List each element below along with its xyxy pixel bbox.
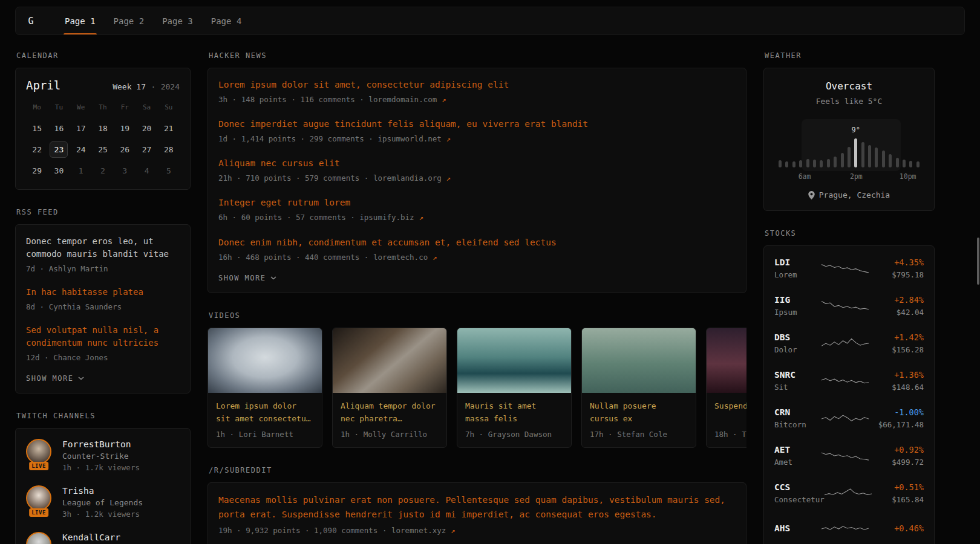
reddit-post-domain[interactable]: loremnet.xyz	[391, 526, 446, 535]
video-title[interactable]: Mauris sit amet massa felis	[465, 400, 563, 426]
calendar-day[interactable]: 3	[116, 163, 134, 179]
calendar-day[interactable]: 28	[160, 141, 178, 158]
calendar-day[interactable]: 4	[138, 163, 156, 179]
calendar-weekday-label: Mo	[26, 102, 48, 115]
weather-card: Overcast Feels like 5°C 9° 6am2pm10pm Pr…	[763, 68, 935, 211]
calendar-day[interactable]: 19	[116, 120, 134, 137]
stock-symbol: LDI	[774, 257, 822, 267]
video-thumbnail[interactable]	[582, 328, 696, 393]
section-title-stocks: STOCKS	[765, 229, 935, 238]
stock-row[interactable]: SNRCSit+1.36%$148.64	[774, 362, 924, 400]
hn-item-title[interactable]: Donec imperdiet augue tincidunt felis al…	[218, 118, 588, 131]
twitch-channel[interactable]: LIVETrishaLeague of Legends3h · 1.2k vie…	[26, 485, 180, 519]
channel-name[interactable]: ForrestBurton	[62, 439, 140, 449]
calendar-day[interactable]: 26	[116, 141, 134, 158]
scrollbar-thumb[interactable]	[977, 238, 979, 285]
weather-bar	[903, 160, 906, 167]
video-card-body: Lorem ipsum dolor sit amet consectetu…1h…	[208, 393, 322, 447]
tab-page-1[interactable]: Page 1	[56, 7, 105, 34]
calendar-day[interactable]: 2	[94, 163, 112, 179]
video-card[interactable]: Aliquam tempor dolor nec pharetra…1h · M…	[332, 328, 447, 448]
hn-item-domain[interactable]: loremtech.co	[373, 253, 428, 262]
calendar-day[interactable]: 23	[50, 141, 68, 158]
rss-item-title[interactable]: Donec tempor eros leo, ut commodo mauris…	[26, 235, 180, 261]
calendar-day[interactable]: 30	[50, 163, 68, 179]
stock-row[interactable]: AHS+0.46%	[774, 512, 924, 544]
hn-item-domain[interactable]: loremlandia.org	[373, 173, 442, 183]
stock-row[interactable]: LDILorem+4.35%$795.18	[774, 250, 924, 287]
twitch-channel[interactable]: LIVEKendallCarr	[26, 532, 180, 544]
calendar-day[interactable]: 27	[138, 141, 156, 158]
video-thumbnail[interactable]	[208, 328, 322, 393]
tab-page-3[interactable]: Page 3	[153, 7, 202, 34]
hn-item-title[interactable]: Donec enim nibh, condimentum et accumsan…	[218, 236, 557, 249]
twitch-widget: TWITCH CHANNELS LIVEForrestBurtonCounter…	[15, 412, 191, 544]
tab-page-2[interactable]: Page 2	[105, 7, 154, 34]
calendar-grid: MoTuWeThFrSaSu15161718192021222324252627…	[26, 102, 180, 179]
stock-name: Sit	[774, 383, 822, 392]
channel-info: KendallCarr	[62, 532, 120, 544]
calendar-day[interactable]: 20	[138, 120, 156, 137]
video-card-body: Mauris sit amet massa felis7h · Grayson …	[457, 393, 571, 447]
rss-item-meta: 12d · Chance Jones	[26, 352, 180, 363]
stock-row[interactable]: AETAmet+0.92%$499.72	[774, 437, 924, 474]
channel-name[interactable]: Trisha	[62, 486, 143, 496]
calendar-day[interactable]: 17	[72, 120, 90, 137]
video-thumbnail[interactable]	[457, 328, 571, 393]
calendar-day[interactable]: 18	[94, 120, 112, 137]
calendar-day[interactable]: 22	[28, 141, 46, 158]
rss-item-title[interactable]: In hac habitasse platea	[26, 286, 180, 299]
video-card[interactable]: Mauris sit amet massa felis7h · Grayson …	[457, 328, 572, 448]
rss-item[interactable]: Sed volutpat nulla nisl, a condimentum n…	[26, 324, 180, 363]
weather-bar	[827, 159, 830, 167]
app-logo[interactable]: G	[16, 7, 46, 34]
video-title[interactable]: Suspendisse diam	[714, 400, 746, 426]
calendar-day[interactable]: 1	[72, 163, 90, 179]
rss-item-title[interactable]: Sed volutpat nulla nisl, a condimentum n…	[26, 324, 180, 349]
rss-item[interactable]: Donec tempor eros leo, ut commodo mauris…	[26, 235, 180, 274]
video-title[interactable]: Nullam posuere cursus ex	[590, 400, 688, 426]
reddit-post-title[interactable]: Maecenas mollis pulvinar erat non posuer…	[218, 493, 736, 522]
hn-item-meta: 21h · 710 points · 579 comments · loreml…	[218, 173, 736, 184]
stock-sparkline	[822, 372, 869, 389]
calendar-day[interactable]: 21	[160, 120, 178, 137]
rss-show-more-button[interactable]: SHOW MORE	[26, 374, 84, 383]
video-card[interactable]: Nullam posuere cursus ex17h · Stefan Col…	[581, 328, 696, 448]
calendar-day[interactable]: 15	[28, 120, 46, 137]
video-card[interactable]: Lorem ipsum dolor sit amet consectetu…1h…	[207, 328, 322, 448]
video-title[interactable]: Lorem ipsum dolor sit amet consectetu…	[216, 400, 314, 426]
stock-sparkline	[822, 410, 869, 427]
hn-show-more-button[interactable]: SHOW MORE	[218, 274, 276, 282]
calendar-day[interactable]: 16	[50, 120, 68, 137]
stock-row[interactable]: CRNBitcorn-1.00%$66,171.48	[774, 400, 924, 437]
calendar-day[interactable]: 24	[72, 141, 90, 158]
video-title[interactable]: Aliquam tempor dolor nec pharetra…	[341, 400, 439, 426]
stock-row[interactable]: DBSDolor+1.42%$156.28	[774, 325, 924, 362]
stock-price: $165.84	[872, 495, 924, 504]
calendar-day[interactable]: 5	[160, 163, 178, 179]
weather-location: Prague, Czechia	[819, 190, 890, 199]
rss-item[interactable]: In hac habitasse platea8d · Cynthia Saun…	[26, 286, 180, 312]
stock-row[interactable]: CCSConsectetur+0.51%$165.84	[774, 474, 924, 512]
hn-item-domain[interactable]: loremdomain.com	[368, 95, 437, 104]
weather-bars	[777, 124, 921, 167]
video-thumbnail[interactable]	[333, 328, 446, 393]
video-thumbnail[interactable]	[707, 328, 746, 393]
channel-name[interactable]: KendallCarr	[62, 533, 120, 542]
tab-page-4[interactable]: Page 4	[202, 7, 251, 34]
calendar-day[interactable]: 29	[28, 163, 46, 179]
hn-item-domain[interactable]: ipsumify.biz	[359, 213, 414, 222]
stock-name: Lorem	[774, 270, 822, 279]
hn-item-meta: 6h · 60 points · 57 comments · ipsumify.…	[218, 212, 736, 223]
calendar-day[interactable]: 25	[94, 141, 112, 158]
twitch-avatar-wrap: LIVE	[26, 532, 54, 544]
stock-row[interactable]: IIGIpsum+2.84%$42.04	[774, 287, 924, 325]
hn-item-title[interactable]: Integer eget rutrum lorem	[218, 196, 350, 209]
hn-item-title[interactable]: Aliquam nec cursus elit	[218, 157, 340, 170]
rss-widget: RSS FEED Donec tempor eros leo, ut commo…	[15, 208, 191, 393]
video-card[interactable]: Suspendisse diam18h · Tara	[706, 328, 746, 448]
hn-item-domain[interactable]: ipsumworld.net	[377, 134, 441, 143]
hn-item-title[interactable]: Lorem ipsum dolor sit amet, consectetur …	[218, 79, 509, 91]
video-meta: 1h · Molly Carrillo	[341, 430, 439, 439]
twitch-channel[interactable]: LIVEForrestBurtonCounter-Strike1h · 1.7k…	[26, 439, 180, 472]
